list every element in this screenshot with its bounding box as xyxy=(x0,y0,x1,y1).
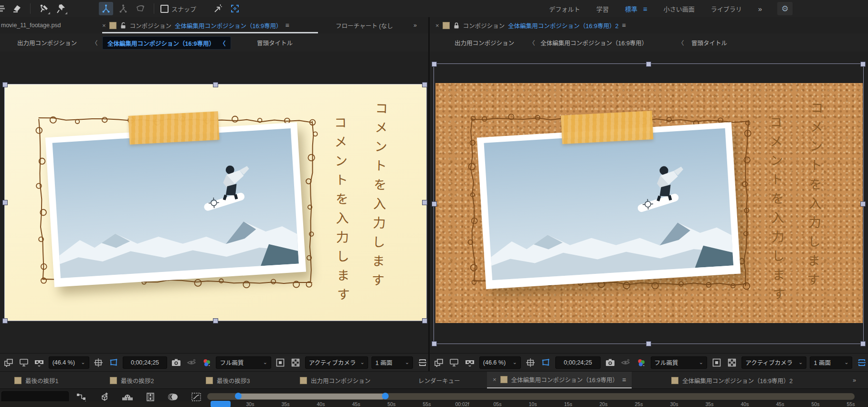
tab-greeting-1[interactable]: 最後の挨拶1 xyxy=(14,372,58,389)
eraser-tool-icon[interactable] xyxy=(10,2,24,15)
zoom-level-select[interactable]: (46.6 %)⌄ xyxy=(479,356,521,369)
tab-flowchart[interactable]: フローチャート (なし xyxy=(336,17,393,33)
selection-handle[interactable] xyxy=(860,341,866,346)
current-time-indicator[interactable] xyxy=(211,401,231,407)
comp-color-swatch[interactable] xyxy=(109,22,116,29)
tab-main-comp-active[interactable]: × 全体編集用コンポジション（16:9専用） ≡ xyxy=(487,372,632,389)
tab-render-queue[interactable]: レンダーキュー xyxy=(418,372,460,389)
workspace-tab-learn[interactable]: 学習 xyxy=(596,4,609,13)
tab-output-comp[interactable]: 出力用コンポジション xyxy=(300,372,370,389)
lock-viewer-icon[interactable] xyxy=(416,357,428,368)
selection-handle[interactable] xyxy=(2,82,8,87)
right-composition-canvas[interactable]: コメントを入力します コメントを入力します xyxy=(435,83,863,323)
tab-main-comp-2[interactable]: 全体編集用コンポジション（16:9専用）2 xyxy=(671,372,793,389)
tab-overflow-icon[interactable]: » xyxy=(413,17,416,33)
safe-margins-icon[interactable] xyxy=(93,357,105,368)
selection-handle[interactable] xyxy=(860,201,866,207)
workspace-tab-small-screen[interactable]: 小さい画面 xyxy=(664,4,695,13)
show-snapshot-eye-icon[interactable] xyxy=(186,357,198,368)
region-of-interest-icon[interactable] xyxy=(540,357,552,368)
selection-handle[interactable] xyxy=(646,341,651,346)
workspace-tab-library[interactable]: ライブラリ xyxy=(711,4,742,13)
workspace-settings-gear-icon[interactable]: ⚙ xyxy=(777,2,793,15)
lock-open-icon[interactable] xyxy=(120,22,127,29)
snap-arrow-icon[interactable] xyxy=(211,2,225,15)
transparency-grid-icon[interactable] xyxy=(726,357,739,368)
target-region-icon[interactable] xyxy=(710,357,723,368)
lock-viewer-icon-active[interactable] xyxy=(856,357,868,368)
primary-viewer-icon[interactable] xyxy=(448,357,461,368)
close-icon[interactable]: × xyxy=(435,22,439,29)
vr-goggles-icon[interactable] xyxy=(464,357,476,368)
navigator-end-handle[interactable] xyxy=(382,393,389,399)
selection-handle[interactable] xyxy=(422,318,427,324)
tab-footage[interactable]: movie_11_footage.psd xyxy=(1,17,61,33)
selection-handle[interactable] xyxy=(2,200,8,205)
tabs-overflow-icon[interactable]: » xyxy=(853,372,855,389)
show-channels-icon[interactable] xyxy=(201,357,213,368)
always-preview-icon[interactable] xyxy=(3,357,15,368)
panel-menu-icon[interactable]: ≡ xyxy=(285,21,289,29)
zoom-level-select[interactable]: (46.4 %)⌄ xyxy=(49,356,89,369)
region-of-interest-icon[interactable] xyxy=(107,357,119,368)
show-channels-icon[interactable] xyxy=(635,357,647,368)
snap-brackets-icon[interactable] xyxy=(228,2,242,15)
workspace-tab-standard[interactable]: 標準 xyxy=(625,4,637,13)
breadcrumb-leaf[interactable]: 冒頭タイトル xyxy=(691,33,727,52)
resolution-select[interactable]: フル画質⌄ xyxy=(216,356,271,369)
tab-composition-left[interactable]: × コンポジション 全体編集用コンポジション（16:9専用） ≡ xyxy=(102,17,289,33)
snap-checkbox[interactable] xyxy=(160,5,169,13)
breadcrumb-current[interactable]: 全体編集用コンポジション（16:9専用） xyxy=(540,33,647,52)
resolution-select[interactable]: フル画質⌄ xyxy=(651,356,707,369)
snap-toggle[interactable]: スナップ xyxy=(160,4,196,13)
timecode-field[interactable]: 0;00;24;25 xyxy=(555,356,601,369)
time-navigator-thumb[interactable] xyxy=(237,394,385,399)
workspace-overflow-icon[interactable]: » xyxy=(758,5,761,13)
tab-composition-right[interactable]: × コンポジション 全体編集用コンポジション（16:9専用）2 ≡ xyxy=(435,17,626,33)
vr-goggles-icon[interactable] xyxy=(33,357,45,368)
tab-greeting-3[interactable]: 最後の挨拶3 xyxy=(206,372,250,389)
time-ruler[interactable]: 25s 30s 35s 40s 45s 50s 55s 00:02f 05s 1… xyxy=(0,401,868,407)
view-select[interactable]: アクティブカメラ⌄ xyxy=(741,356,806,369)
show-snapshot-eye-icon[interactable] xyxy=(619,357,632,368)
breadcrumb-current-box[interactable]: 全体編集用コンポジション（16:9専用） 〈 xyxy=(102,36,231,50)
view-layout-select[interactable]: 1 画面⌄ xyxy=(810,356,852,369)
selection-handle[interactable] xyxy=(2,318,8,324)
panel-menu-icon[interactable]: ≡ xyxy=(622,376,626,384)
always-preview-icon[interactable] xyxy=(433,357,445,368)
comp-color-swatch[interactable] xyxy=(443,22,450,29)
view-select[interactable]: アクティブカメラ⌄ xyxy=(305,356,369,369)
breadcrumb-root[interactable]: 出力用コンポジション xyxy=(17,33,77,52)
left-composition-canvas[interactable]: コメントを入力します コメントを入力します xyxy=(4,84,426,321)
right-comp-viewer[interactable]: コメントを入力します コメントを入力します xyxy=(430,52,868,353)
snapshot-camera-icon[interactable] xyxy=(170,357,182,368)
safe-margins-icon[interactable] xyxy=(524,357,537,368)
selection-handle[interactable] xyxy=(860,62,866,67)
snapshot-camera-icon[interactable] xyxy=(604,357,616,368)
puppet-pin-tool-icon[interactable] xyxy=(54,2,68,15)
selection-handle[interactable] xyxy=(432,201,437,207)
breadcrumb-current[interactable]: 全体編集用コンポジション（16:9専用） xyxy=(107,39,215,48)
breadcrumb-leaf[interactable]: 冒頭タイトル xyxy=(257,33,293,52)
left-comp-viewer[interactable]: コメントを入力します コメントを入力します xyxy=(0,52,428,353)
navigator-start-handle[interactable] xyxy=(235,393,242,399)
puppet-advanced-pin-tool-icon[interactable] xyxy=(116,2,130,15)
target-region-icon[interactable] xyxy=(275,357,286,368)
time-navigator-track[interactable] xyxy=(207,393,855,400)
breadcrumb-root[interactable]: 出力用コンポジション xyxy=(455,33,514,52)
selection-handle[interactable] xyxy=(432,62,437,67)
selection-handle[interactable] xyxy=(422,82,427,87)
puppet-bend-pin-tool-icon[interactable] xyxy=(133,2,148,15)
close-icon[interactable]: × xyxy=(102,22,106,29)
selection-handle[interactable] xyxy=(213,82,218,87)
selection-handle[interactable] xyxy=(422,200,427,205)
view-layout-select[interactable]: 1 画面⌄ xyxy=(371,356,413,369)
selection-handle[interactable] xyxy=(213,318,218,324)
selection-handle[interactable] xyxy=(646,62,651,67)
transparency-grid-icon[interactable] xyxy=(290,357,302,368)
close-icon[interactable]: × xyxy=(493,376,497,383)
panel-menu-icon[interactable]: ≡ xyxy=(622,21,625,29)
tab-greeting-2[interactable]: 最後の挨拶2 xyxy=(110,372,154,389)
timecode-field[interactable]: 0;00;24;25 xyxy=(123,356,167,369)
lock-closed-icon[interactable] xyxy=(453,22,460,29)
